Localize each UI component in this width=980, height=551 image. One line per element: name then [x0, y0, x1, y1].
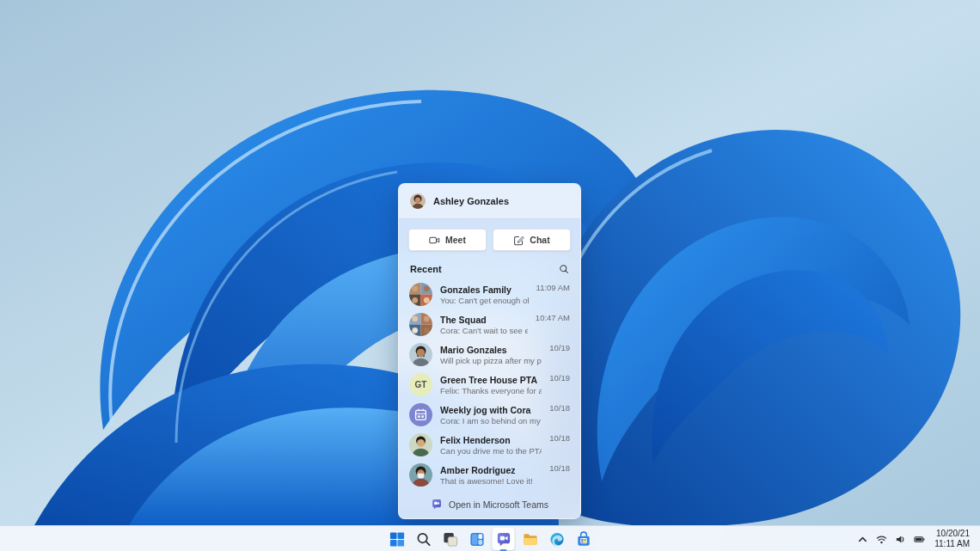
group-photo-avatar — [409, 313, 432, 336]
conversation-time: 11:09 AM — [536, 279, 570, 292]
volume-button[interactable] — [891, 528, 909, 550]
system-tray: 10/20/21 11:11 AM — [854, 526, 975, 551]
microsoft-store-button[interactable] — [573, 528, 595, 550]
conversation-list: Gonzales Family You: Can't get enough of… — [399, 278, 580, 490]
widgets-button[interactable] — [466, 528, 488, 550]
recent-label: Recent — [410, 264, 442, 274]
search-icon — [415, 531, 432, 548]
conversation-message: Felix: Thanks everyone for attending tod… — [440, 386, 542, 395]
teams-chat-button[interactable] — [493, 528, 515, 550]
conversation-time: 10/18 — [549, 460, 570, 473]
windows-start-icon — [389, 531, 405, 548]
battery-icon — [914, 534, 925, 545]
file-explorer-button[interactable] — [519, 528, 542, 550]
compose-icon — [513, 235, 524, 246]
conversation-name: Weekly jog with Cora — [440, 405, 542, 415]
conversation-the-squad[interactable]: The Squad Cora: Can't wait to see everyo… — [399, 309, 580, 340]
widgets-icon — [469, 531, 485, 548]
open-in-teams-label: Open in Microsoft Teams — [449, 499, 548, 510]
teams-chat-icon — [495, 531, 511, 548]
conversation-felix-henderson[interactable]: Felix Henderson Can you drive me to the … — [399, 430, 580, 460]
speaker-icon — [895, 534, 906, 545]
conversation-time: 10:47 AM — [536, 309, 570, 322]
teams-icon — [431, 499, 443, 511]
conversation-gonzales-family[interactable]: Gonzales Family You: Can't get enough of… — [399, 279, 580, 309]
conversation-message: That is awesome! Love it! — [440, 476, 542, 486]
initials-avatar: GT — [409, 373, 432, 396]
conversation-name: Green Tree House PTA — [440, 375, 542, 385]
conversation-name: Gonzales Family — [440, 285, 529, 295]
user-name: Ashley Gonzales — [433, 196, 509, 206]
conversation-message: Can you drive me to the PTA today? — [440, 446, 542, 456]
start-button[interactable] — [386, 528, 408, 550]
hidden-icons-button[interactable] — [854, 528, 871, 550]
conversation-mario-gonzales[interactable]: Mario Gonzales Will pick up pizza after … — [399, 340, 580, 370]
conversation-green-tree-house-pta[interactable]: GT Green Tree House PTA Felix: Thanks ev… — [399, 370, 580, 400]
task-view-button[interactable] — [439, 528, 462, 550]
photo-avatar — [409, 343, 432, 366]
battery-button[interactable] — [910, 528, 928, 550]
clock[interactable]: 10/20/21 11:11 AM — [929, 529, 975, 549]
desktop: Ashley Gonzales Meet Chat Recent Gon — [0, 0, 980, 551]
photo-avatar — [409, 463, 432, 487]
edge-icon — [548, 531, 565, 548]
conversation-time: 10/18 — [549, 430, 570, 443]
meet-button[interactable]: Meet — [408, 229, 487, 251]
taskbar: 10/20/21 11:11 AM — [0, 525, 980, 551]
taskbar-center-icons — [386, 526, 595, 551]
tray-time: 11:11 AM — [934, 539, 970, 549]
flyout-user-header[interactable]: Ashley Gonzales — [399, 184, 580, 219]
conversation-message: Cora: I am so behind on my step goals. — [440, 416, 542, 425]
video-camera-icon — [429, 235, 440, 246]
chat-button-label: Chat — [530, 235, 549, 245]
conversation-time: 10/19 — [549, 340, 570, 352]
action-buttons-row: Meet Chat — [399, 219, 580, 256]
conversation-time: 10/18 — [549, 400, 570, 413]
microsoft-store-icon — [575, 531, 591, 548]
chat-button[interactable]: Chat — [493, 229, 571, 251]
wifi-button[interactable] — [873, 528, 890, 550]
file-explorer-icon — [522, 531, 538, 548]
conversation-message: Will pick up pizza after my practice. — [440, 356, 542, 365]
photo-avatar — [409, 433, 432, 456]
conversation-name: Amber Rodriguez — [440, 465, 542, 475]
conversation-name: Felix Henderson — [440, 435, 542, 445]
wifi-icon — [876, 534, 887, 545]
conversation-message: Cora: Can't wait to see everyone! — [440, 326, 528, 335]
meet-button-label: Meet — [445, 235, 466, 245]
search-icon[interactable] — [559, 264, 569, 274]
recent-header-row: Recent — [399, 256, 580, 278]
teams-chat-flyout: Ashley Gonzales Meet Chat Recent Gon — [398, 183, 581, 519]
group-photo-avatar — [409, 283, 432, 306]
tray-date: 10/20/21 — [934, 529, 970, 539]
open-in-teams-button[interactable]: Open in Microsoft Teams — [399, 490, 580, 518]
search-button[interactable] — [413, 528, 435, 550]
conversation-name: The Squad — [440, 315, 528, 325]
conversation-weekly-jog-with-cora[interactable]: Weekly jog with Cora Cora: I am so behin… — [399, 400, 580, 430]
edge-button[interactable] — [546, 528, 568, 550]
conversation-name: Mario Gonzales — [440, 345, 542, 355]
task-view-icon — [442, 531, 458, 548]
conversation-time: 10/19 — [549, 370, 570, 383]
chevron-up-icon — [857, 534, 868, 545]
conversation-amber-rodriguez[interactable]: Amber Rodriguez That is awesome! Love it… — [399, 460, 580, 490]
conversation-message: You: Can't get enough of her. — [440, 296, 529, 305]
calendar-icon-avatar — [409, 403, 432, 426]
user-avatar — [410, 193, 426, 209]
